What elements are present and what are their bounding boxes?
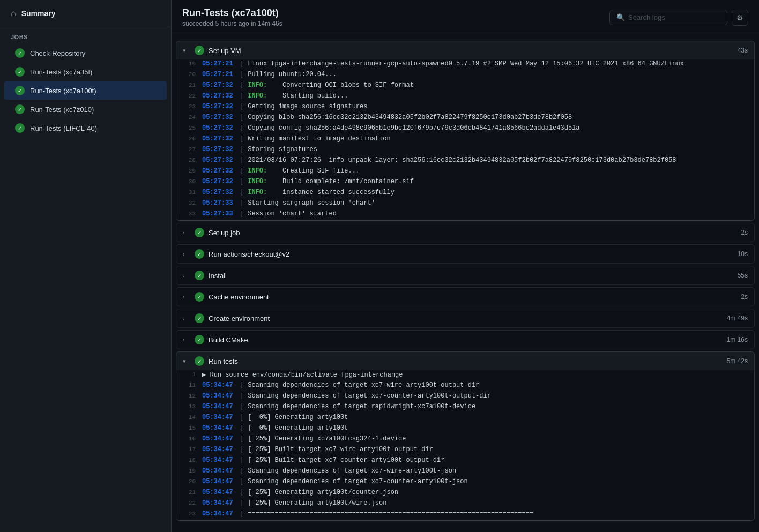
line-content: | ======================================… <box>236 510 534 518</box>
check-icon-run-tests-xc7z010: ✓ <box>15 104 25 114</box>
line-timestamp: 05:34:47 <box>202 435 233 443</box>
step-set-up-job: › ✓ Set up job 2s <box>176 223 755 242</box>
line-number: 29 <box>176 167 202 174</box>
line-content: | Scanning dependencies of target xc7-co… <box>236 478 468 485</box>
line-content: | [ 25%] Generating arty100t/wire.json <box>236 499 387 507</box>
success-icon-3: ✓ <box>195 292 204 302</box>
line-timestamp: 05:34:47 <box>202 403 233 410</box>
line-content: | INFO: Converting OCI blobs to SIF form… <box>236 81 414 89</box>
sidebar-item-run-tests-xc7a35t[interactable]: ✓ Run-Tests (xc7a35t) <box>4 63 167 81</box>
line-number: 22 <box>176 499 202 506</box>
chevron-right-icon-2: › <box>183 272 190 279</box>
step-header-collapsed-2[interactable]: › ✓ Install 55s <box>176 266 755 285</box>
line-content: | [ 25%] Generating xc7a100tcsg324-1.dev… <box>236 435 406 443</box>
line-timestamp: 05:34:47 <box>202 414 233 421</box>
log-line: 2605:27:32 | Writing manifest to image d… <box>176 134 754 145</box>
step-install: › ✓ Install 55s <box>176 266 755 285</box>
info-tag: INFO: <box>248 81 267 89</box>
line-timestamp: 05:27:32 <box>202 146 233 153</box>
step-header-left-0: › ✓ Set up job <box>183 228 240 237</box>
sidebar-item-run-tests-lifcl-40[interactable]: ✓ Run-Tests (LIFCL-40) <box>4 119 167 137</box>
sidebar-item-run-tests-xc7a100t[interactable]: ✓ Run-Tests (xc7a100t) <box>4 81 167 100</box>
log-line: 2005:27:21 | Pulling ubuntu:20.04... <box>176 70 754 81</box>
line-number: 30 <box>176 178 202 185</box>
main-header: Run-Tests (xc7a100t) succeeded 5 hours a… <box>172 0 759 34</box>
info-tag: INFO: <box>248 178 267 185</box>
line-timestamp: 05:34:47 <box>202 392 233 400</box>
line-number: 1 <box>176 371 202 378</box>
step-header-collapsed-1[interactable]: › ✓ Run actions/checkout@v2 10s <box>176 244 755 264</box>
step-name-2: Install <box>209 272 227 280</box>
line-content: | INFO: Build complete: /mnt/container.s… <box>236 178 414 185</box>
log-line: 1605:34:47 | [ 25%] Generating xc7a100tc… <box>176 434 754 445</box>
step-name-run-tests: Run tests <box>209 357 238 365</box>
log-line: 3105:27:32 | INFO: instance started succ… <box>176 188 754 199</box>
log-lines-setup-vm: 1905:27:21 | Linux fpga-interchange-test… <box>176 59 755 221</box>
line-content: | Starting sargraph session 'chart' <box>236 199 375 207</box>
sidebar-item-check-repository[interactable]: ✓ Check-Repository <box>4 44 167 62</box>
step-name-0: Set up job <box>209 229 240 237</box>
log-line: 1705:34:47 | [ 25%] Built target xc7-wir… <box>176 445 754 456</box>
info-tag: INFO: <box>248 167 267 175</box>
line-timestamp: 05:27:33 <box>202 210 233 218</box>
line-number: 23 <box>176 510 202 517</box>
step-header-collapsed-5[interactable]: › ✓ Build CMake 1m 16s <box>176 330 755 349</box>
jobs-section-label: Jobs <box>0 27 171 43</box>
sidebar-header[interactable]: ⌂ Summary <box>0 0 171 27</box>
step-duration-5: 1m 16s <box>727 336 748 343</box>
success-icon-2: ✓ <box>195 271 204 280</box>
job-label-run-tests-xc7a35t: Run-Tests (xc7a35t) <box>30 68 92 76</box>
line-timestamp: 05:34:47 <box>202 489 233 496</box>
log-line: 2105:27:32 | INFO: Converting OCI blobs … <box>176 81 754 92</box>
step-header-run-tests[interactable]: ▾ ✓ Run tests 5m 42s <box>176 351 755 370</box>
step-header-collapsed-3[interactable]: › ✓ Cache environment 2s <box>176 287 755 306</box>
step-header-setup-vm[interactable]: ▾ ✓ Set up VM 43s <box>176 41 755 59</box>
step-header-left-2: › ✓ Install <box>183 271 227 280</box>
job-label-check-repository: Check-Repository <box>30 49 85 57</box>
line-timestamp: 05:34:47 <box>202 510 233 518</box>
line-content: ▶ Run source env/conda/bin/activate fpga… <box>202 371 403 379</box>
log-line: 1▶ Run source env/conda/bin/activate fpg… <box>176 370 754 381</box>
step-name-4: Create environment <box>209 314 270 323</box>
step-header-collapsed-4[interactable]: › ✓ Create environment 4m 49s <box>176 309 755 328</box>
search-box[interactable]: 🔍 Search logs <box>609 10 727 25</box>
log-line: 3205:27:33 | Starting sargraph session '… <box>176 199 754 209</box>
step-name-3: Cache environment <box>209 293 269 301</box>
line-timestamp: 05:27:33 <box>202 199 233 207</box>
line-content: | INFO: Creating SIF file... <box>236 167 360 175</box>
line-content: | Storing signatures <box>236 146 317 153</box>
line-number: 22 <box>176 92 202 99</box>
sidebar: ⌂ Summary Jobs ✓ Check-Repository ✓ Run-… <box>0 0 172 532</box>
log-line: 2405:27:32 | Copying blob sha256:16ec32c… <box>176 113 754 124</box>
settings-button[interactable]: ⚙ <box>732 10 748 26</box>
success-icon-5: ✓ <box>195 335 204 344</box>
step-header-collapsed-0[interactable]: › ✓ Set up job 2s <box>176 223 755 242</box>
line-number: 12 <box>176 392 202 399</box>
step-run-actions/checkout@v2: › ✓ Run actions/checkout@v2 10s <box>176 244 755 264</box>
chevron-down-icon: ▾ <box>183 47 190 54</box>
log-line: 1105:34:47 | Scanning dependencies of ta… <box>176 381 754 392</box>
step-duration-1: 10s <box>738 250 748 258</box>
success-icon-0: ✓ <box>195 228 204 237</box>
log-line: 1305:34:47 | Scanning dependencies of ta… <box>176 402 754 413</box>
line-timestamp: 05:34:47 <box>202 456 233 464</box>
log-line: 1905:27:21 | Linux fpga-interchange-test… <box>176 59 754 70</box>
step-duration-3: 2s <box>741 293 748 301</box>
info-tag: INFO: <box>248 92 267 100</box>
line-content: | Writing manifest to image destination <box>236 135 391 143</box>
line-number: 28 <box>176 156 202 163</box>
line-timestamp: 05:27:32 <box>202 92 233 100</box>
sidebar-item-run-tests-xc7z010[interactable]: ✓ Run-Tests (xc7z010) <box>4 100 167 118</box>
line-content: | Session 'chart' started <box>236 210 337 218</box>
log-line: 1905:34:47 | Scanning dependencies of ta… <box>176 467 754 477</box>
job-label-run-tests-xc7a100t: Run-Tests (xc7a100t) <box>30 87 96 95</box>
check-icon-run-tests-lifcl-40: ✓ <box>15 123 25 133</box>
line-content: | 2021/08/16 07:27:26 info unpack layer:… <box>236 156 676 164</box>
line-timestamp: 05:34:47 <box>202 478 233 485</box>
line-content: | Scanning dependencies of target xc7-co… <box>236 392 491 400</box>
line-timestamp: 05:27:32 <box>202 167 233 175</box>
run-title: Run-Tests (xc7a100t) <box>182 8 282 19</box>
step-cache-environment: › ✓ Cache environment 2s <box>176 287 755 306</box>
success-icon-1: ✓ <box>195 249 204 259</box>
line-timestamp: 05:27:32 <box>202 124 233 132</box>
